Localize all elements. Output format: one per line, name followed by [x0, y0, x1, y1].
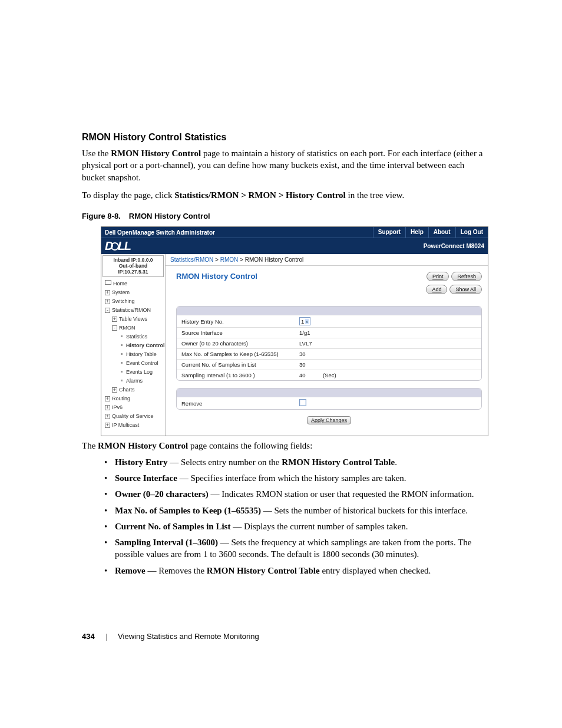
expand-icon[interactable]: +	[105, 405, 110, 410]
expand-icon[interactable]: +	[105, 423, 110, 428]
label: History Table	[126, 351, 157, 357]
text: — Removes the	[146, 566, 207, 575]
tree-history-control[interactable]: History Control	[104, 341, 165, 350]
tab-support[interactable]: Support	[373, 227, 405, 238]
text: The	[82, 441, 98, 450]
list-item: History Entry — Selects entry number on …	[82, 456, 485, 468]
label: Event Control	[126, 360, 158, 366]
field-value: 40	[299, 372, 323, 378]
field-unit: (Sec)	[323, 372, 336, 378]
expand-icon[interactable]: +	[105, 396, 110, 401]
field-descriptions: History Entry — Selects entry number on …	[82, 456, 485, 577]
figure-caption: Figure 8-8.RMON History Control	[82, 212, 485, 220]
crumb-link[interactable]: Statistics/RMON	[170, 256, 213, 263]
label: Alarms	[126, 378, 143, 384]
term: RMON History Control	[98, 441, 188, 450]
tree-events-log[interactable]: Events Log	[104, 368, 165, 377]
print-button[interactable]: Print	[427, 272, 449, 281]
tree-home[interactable]: Home	[104, 279, 165, 288]
crumb-sep: >	[213, 256, 220, 263]
select-value: 1	[301, 318, 304, 325]
add-button[interactable]: Add	[426, 285, 447, 294]
tree-table-views[interactable]: +Table Views	[104, 315, 165, 324]
label: Events Log	[126, 369, 153, 375]
field-value: 30	[299, 361, 323, 368]
label: System	[112, 289, 130, 295]
label: Routing	[112, 396, 130, 401]
label: Quality of Service	[112, 413, 154, 419]
show-all-button[interactable]: Show All	[449, 285, 482, 294]
window-title-bar: Dell OpenManage Switch Administrator Sup…	[101, 227, 488, 238]
nav-tree: Home +System +Switching -Statistics/RMON…	[101, 278, 165, 430]
tree-charts[interactable]: +Charts	[104, 386, 165, 394]
bullet-icon	[121, 335, 123, 337]
tree-switching[interactable]: +Switching	[104, 297, 165, 306]
bullet-icon	[121, 371, 123, 373]
tree-routing[interactable]: +Routing	[104, 394, 165, 403]
tab-about[interactable]: About	[428, 227, 455, 238]
section-heading: RMON History Control Statistics	[82, 132, 485, 143]
list-item: Current No. of Samples in List — Display…	[82, 521, 485, 532]
label: IPv6	[112, 404, 123, 410]
expand-icon[interactable]: +	[105, 290, 110, 295]
text: page contains the following fields:	[188, 441, 312, 450]
folder-icon	[105, 280, 111, 285]
field-value: 30	[299, 351, 323, 357]
field-row: Sampling Interval (1 to 3600 ) 40 (Sec)	[177, 370, 481, 380]
crumb-link[interactable]: RMON	[220, 256, 239, 263]
text: Use the	[82, 149, 111, 158]
crumb-sep: >	[238, 256, 244, 263]
page-number: 434	[82, 632, 95, 641]
chevron-down-icon: v	[305, 319, 309, 324]
tree-event-control[interactable]: Event Control	[104, 359, 165, 368]
refresh-button[interactable]: Refresh	[451, 272, 482, 281]
collapse-icon[interactable]: -	[105, 308, 110, 313]
field-label: Current No. of Samples in List	[181, 361, 299, 368]
label: History Control	[126, 342, 165, 348]
list-item: Source Interface — Specifies interface f…	[82, 472, 485, 484]
apply-changes-button[interactable]: Apply Changes	[307, 416, 351, 424]
tree-system[interactable]: +System	[104, 288, 165, 297]
tab-help[interactable]: Help	[405, 227, 428, 238]
tree-statistics[interactable]: Statistics	[104, 332, 165, 341]
table-header-bar	[177, 388, 481, 397]
tree-ip-multicast[interactable]: +IP Multicast	[104, 421, 165, 430]
tree-qos[interactable]: +Quality of Service	[104, 412, 165, 421]
text: To display the page, click	[82, 190, 174, 200]
intro-paragraph-2: To display the page, click Statistics/RM…	[82, 189, 485, 201]
list-item: Sampling Interval (1–3600) — Sets the fr…	[82, 536, 485, 561]
label: Charts	[119, 387, 135, 393]
term: RMON History Control Table	[282, 457, 395, 467]
expand-icon[interactable]: +	[105, 299, 110, 304]
dell-logo: DLL	[105, 239, 130, 253]
fields-lead: The RMON History Control page contains t…	[82, 440, 485, 452]
text: in the tree view.	[346, 190, 404, 200]
text: — Selects entry number on the	[168, 457, 282, 467]
tree-ipv6[interactable]: +IPv6	[104, 403, 165, 412]
brand-row: DLL PowerConnect M8024	[101, 238, 488, 254]
tree-alarms[interactable]: Alarms	[104, 377, 165, 386]
inband-ip: Inband IP:0.0.0.0	[104, 257, 162, 263]
crumb-current: RMON History Control	[245, 256, 303, 263]
footer-separator: |	[105, 632, 107, 641]
label: Statistics/RMON	[112, 307, 151, 313]
tree-statistics-rmon[interactable]: -Statistics/RMON	[104, 306, 165, 315]
expand-icon[interactable]: +	[112, 387, 117, 393]
history-entry-select[interactable]: 1v	[299, 317, 310, 325]
tree-rmon[interactable]: -RMON	[104, 324, 165, 332]
tree-history-table[interactable]: History Table	[104, 350, 165, 359]
expand-icon[interactable]: +	[105, 414, 110, 419]
expand-icon[interactable]: +	[112, 317, 117, 322]
field-row: History Entry No. 1v	[177, 315, 481, 327]
term: Source Interface	[115, 473, 177, 483]
list-item: Owner (0–20 characters) — Indicates RMON…	[82, 488, 485, 500]
text: — Displays the current number of samples…	[230, 522, 408, 531]
collapse-icon[interactable]: -	[112, 325, 117, 331]
window-title: Dell OpenManage Switch Administrator	[101, 229, 373, 236]
remove-checkbox[interactable]	[299, 399, 306, 406]
chapter-title: Viewing Statistics and Remote Monitoring	[118, 632, 259, 641]
label: Table Views	[119, 316, 147, 322]
field-label: Owner (0 to 20 characters)	[181, 340, 299, 347]
tab-logout[interactable]: Log Out	[455, 227, 488, 238]
page-footer: 434 | Viewing Statistics and Remote Moni…	[82, 632, 259, 641]
